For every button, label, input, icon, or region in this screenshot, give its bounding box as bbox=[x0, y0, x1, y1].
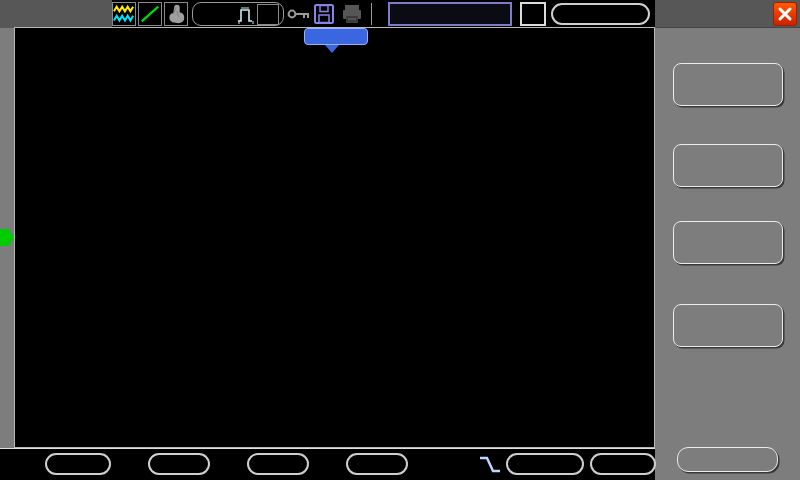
save-waveform-button[interactable] bbox=[673, 221, 783, 264]
pulse-trigger-icon bbox=[237, 5, 255, 25]
auto-letter-icon bbox=[257, 4, 279, 25]
utility-menu-panel bbox=[655, 0, 800, 480]
page-button[interactable] bbox=[677, 447, 778, 472]
status-bar bbox=[0, 448, 655, 480]
close-icon bbox=[777, 6, 793, 22]
frequency-readout bbox=[590, 453, 656, 475]
update-firmware-button[interactable] bbox=[673, 144, 783, 187]
hand-cursor-button[interactable] bbox=[164, 2, 188, 26]
ch1-scale-readout[interactable] bbox=[45, 453, 111, 475]
toolbar-divider bbox=[371, 3, 372, 25]
printer-icon[interactable] bbox=[340, 2, 364, 26]
falling-edge-icon bbox=[478, 452, 502, 476]
ramp-line-icon bbox=[139, 3, 161, 25]
floppy-save-icon[interactable] bbox=[312, 2, 336, 26]
ramp-button[interactable] bbox=[138, 2, 162, 26]
waveform-preview[interactable] bbox=[388, 2, 512, 26]
trigger-type-group[interactable] bbox=[192, 2, 284, 26]
scope-display bbox=[14, 27, 655, 448]
key-icon[interactable] bbox=[287, 5, 311, 23]
trigger-level-readout bbox=[506, 453, 584, 475]
brand-logo bbox=[0, 0, 112, 28]
ch2-scale-readout[interactable] bbox=[148, 453, 210, 475]
trigger-position-tag[interactable] bbox=[304, 28, 368, 45]
trigger-position-pointer bbox=[325, 45, 339, 53]
hand-cursor-icon bbox=[165, 3, 187, 25]
ch4-scale-readout[interactable] bbox=[346, 453, 408, 475]
system-status-button[interactable] bbox=[673, 63, 783, 106]
channel-waves-icon bbox=[113, 3, 135, 25]
ch3-scale-readout[interactable] bbox=[247, 453, 309, 475]
do-self-cal-button[interactable] bbox=[673, 304, 783, 347]
scope-graticule bbox=[15, 28, 654, 447]
timebase-readout bbox=[551, 3, 650, 25]
menu-header bbox=[655, 0, 800, 28]
window-zoom-button[interactable] bbox=[520, 2, 546, 26]
waveform-preview-strip bbox=[390, 4, 510, 24]
channel-waves-button[interactable] bbox=[112, 2, 136, 26]
oscilloscope-screen bbox=[0, 0, 800, 480]
close-button[interactable] bbox=[773, 2, 797, 26]
top-toolbar bbox=[0, 0, 655, 28]
